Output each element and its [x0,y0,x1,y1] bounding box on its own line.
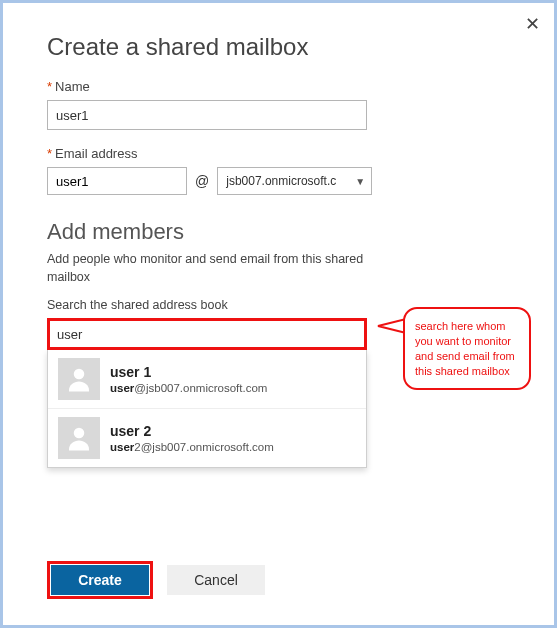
dialog-buttons: Create Cancel [47,561,265,599]
create-highlight: Create [47,561,153,599]
name-label-text: Name [55,79,90,94]
cancel-button[interactable]: Cancel [167,565,265,595]
search-highlight [47,318,367,350]
required-mark: * [47,146,52,161]
annotation-callout: search here whom you want to monitor and… [403,307,531,390]
avatar-icon [58,358,100,400]
search-results-dropdown: user 1 user@jsb007.onmicrosoft.com user … [47,350,367,468]
result-email-match: user [110,441,134,453]
svg-point-0 [74,369,85,380]
email-domain-text: jsb007.onmicrosoft.c [226,174,336,188]
result-email: user2@jsb007.onmicrosoft.com [110,441,274,453]
email-label: *Email address [47,146,510,161]
search-input[interactable] [51,322,363,346]
name-input[interactable] [47,100,367,130]
dialog-create-shared-mailbox: ✕ Create a shared mailbox *Name *Email a… [0,0,557,628]
result-email-rest: 2@jsb007.onmicrosoft.com [134,441,274,453]
search-result[interactable]: user 2 user2@jsb007.onmicrosoft.com [48,409,366,467]
result-email: user@jsb007.onmicrosoft.com [110,382,267,394]
chevron-down-icon: ▼ [355,176,365,187]
result-name: user 1 [110,364,267,380]
result-email-rest: @jsb007.onmicrosoft.com [134,382,267,394]
close-icon[interactable]: ✕ [525,15,540,33]
result-email-match: user [110,382,134,394]
create-button[interactable]: Create [51,565,149,595]
email-row: @ jsb007.onmicrosoft.c ▼ [47,167,510,195]
callout-tail [378,319,406,333]
svg-point-1 [74,428,85,439]
email-local-input[interactable] [47,167,187,195]
add-members-description: Add people who monitor and send email fr… [47,251,377,286]
email-label-text: Email address [55,146,137,161]
page-title: Create a shared mailbox [47,33,510,61]
result-name: user 2 [110,423,274,439]
email-domain-select[interactable]: jsb007.onmicrosoft.c ▼ [217,167,372,195]
email-at: @ [195,173,209,189]
search-result[interactable]: user 1 user@jsb007.onmicrosoft.com [48,350,366,409]
name-label: *Name [47,79,510,94]
add-members-header: Add members [47,219,510,245]
avatar-icon [58,417,100,459]
required-mark: * [47,79,52,94]
